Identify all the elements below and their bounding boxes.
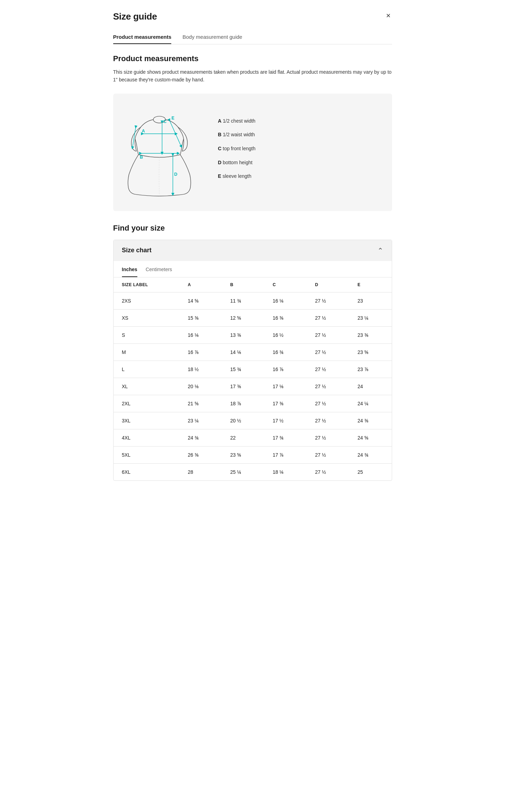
dress-illustration: A B C D E bbox=[124, 103, 201, 201]
table-cell-e: 24 bbox=[349, 378, 391, 395]
modal-header: Size guide × bbox=[113, 11, 392, 22]
table-cell-d: 27 ½ bbox=[307, 446, 349, 463]
table-cell-d: 27 ½ bbox=[307, 309, 349, 326]
table-row: 4XL24 ¾2217 ¾27 ½24 ⅝ bbox=[114, 429, 392, 446]
size-guide-modal: Size guide × Product measurements Body m… bbox=[101, 0, 405, 495]
table-row: L18 ½15 ¾16 ⅞27 ½23 ⅞ bbox=[114, 361, 392, 378]
table-row: 2XL21 ⅝18 ⅞17 ⅜27 ½24 ¼ bbox=[114, 395, 392, 412]
table-cell-d: 27 ½ bbox=[307, 429, 349, 446]
table-cell-e: 23 ⅝ bbox=[349, 343, 391, 361]
table-cell-e: 24 ¾ bbox=[349, 446, 391, 463]
letter-b: B bbox=[218, 132, 222, 137]
table-row: 5XL26 ⅜23 ⅝17 ⅞27 ½24 ¾ bbox=[114, 446, 392, 463]
table-cell-size: M bbox=[114, 343, 180, 361]
table-cell-b: 22 bbox=[222, 429, 264, 446]
table-cell-d: 27 ½ bbox=[307, 343, 349, 361]
table-cell-a: 18 ½ bbox=[179, 361, 222, 378]
table-cell-c: 16 ⅜ bbox=[264, 309, 306, 326]
table-cell-b: 11 ¾ bbox=[222, 292, 264, 309]
table-cell-size: 2XL bbox=[114, 395, 180, 412]
find-size-title: Find your size bbox=[113, 224, 392, 233]
col-header-c: C bbox=[264, 277, 306, 292]
table-cell-c: 16 ¾ bbox=[264, 343, 306, 361]
measurement-diagram: A B C D E bbox=[113, 94, 392, 211]
close-button[interactable]: × bbox=[385, 11, 392, 20]
table-cell-a: 21 ⅝ bbox=[179, 395, 222, 412]
table-cell-a: 16 ⅞ bbox=[179, 343, 222, 361]
table-row: 2XS14 ⅝11 ¾16 ⅛27 ½23 bbox=[114, 292, 392, 309]
svg-text:B: B bbox=[140, 155, 143, 160]
product-measurements-section: Product measurements This size guide sho… bbox=[113, 54, 392, 481]
unit-tab-inches[interactable]: Inches bbox=[122, 262, 137, 277]
table-row: 6XL2825 ¼18 ⅛27 ½25 bbox=[114, 463, 392, 480]
letter-e: E bbox=[218, 173, 221, 179]
table-header-row: SIZE LABEL A B C D E bbox=[114, 277, 392, 292]
svg-text:C: C bbox=[163, 119, 166, 124]
chevron-up-icon: ⌃ bbox=[377, 246, 383, 255]
table-cell-e: 24 ⅜ bbox=[349, 412, 391, 429]
table-cell-a: 15 ⅜ bbox=[179, 309, 222, 326]
table-cell-size: 5XL bbox=[114, 446, 180, 463]
table-cell-c: 16 ½ bbox=[264, 326, 306, 343]
table-cell-a: 16 ⅛ bbox=[179, 326, 222, 343]
table-cell-a: 26 ⅜ bbox=[179, 446, 222, 463]
table-cell-size: XS bbox=[114, 309, 180, 326]
table-row: 3XL23 ¼20 ½17 ½27 ½24 ⅜ bbox=[114, 412, 392, 429]
letter-c: C bbox=[218, 146, 222, 151]
table-cell-d: 27 ½ bbox=[307, 378, 349, 395]
svg-text:E: E bbox=[171, 116, 174, 121]
table-cell-c: 17 ⅜ bbox=[264, 395, 306, 412]
table-cell-b: 20 ½ bbox=[222, 412, 264, 429]
tab-product-measurements[interactable]: Product measurements bbox=[113, 30, 172, 44]
size-chart-header-title: Size chart bbox=[122, 247, 152, 254]
tab-body-measurement-guide[interactable]: Body measurement guide bbox=[182, 30, 242, 44]
table-cell-d: 27 ½ bbox=[307, 463, 349, 480]
table-cell-c: 17 ½ bbox=[264, 412, 306, 429]
table-cell-d: 27 ½ bbox=[307, 292, 349, 309]
dress-svg: A B C D E bbox=[124, 103, 194, 198]
table-cell-a: 24 ¾ bbox=[179, 429, 222, 446]
size-table-body: 2XS14 ⅝11 ¾16 ⅛27 ½23XS15 ⅜12 ⅝16 ⅜27 ½2… bbox=[114, 292, 392, 480]
table-row: XL20 ⅛17 ⅜17 ⅛27 ½24 bbox=[114, 378, 392, 395]
table-row: S16 ⅛13 ⅜16 ½27 ½23 ⅜ bbox=[114, 326, 392, 343]
modal-title: Size guide bbox=[113, 11, 157, 22]
tab-bar: Product measurements Body measurement gu… bbox=[113, 30, 392, 44]
table-cell-size: S bbox=[114, 326, 180, 343]
table-cell-size: 2XS bbox=[114, 292, 180, 309]
table-cell-d: 27 ½ bbox=[307, 412, 349, 429]
col-header-e: E bbox=[349, 277, 391, 292]
table-cell-b: 14 ⅛ bbox=[222, 343, 264, 361]
letter-a: A bbox=[218, 118, 222, 124]
table-cell-d: 27 ½ bbox=[307, 326, 349, 343]
table-cell-e: 23 ¼ bbox=[349, 309, 391, 326]
table-cell-e: 23 bbox=[349, 292, 391, 309]
table-cell-e: 24 ¼ bbox=[349, 395, 391, 412]
table-cell-a: 20 ⅛ bbox=[179, 378, 222, 395]
unit-tab-bar: Inches Centimeters bbox=[114, 262, 392, 277]
svg-text:A: A bbox=[142, 129, 145, 133]
table-cell-d: 27 ½ bbox=[307, 361, 349, 378]
table-cell-c: 17 ⅛ bbox=[264, 378, 306, 395]
svg-text:D: D bbox=[174, 172, 177, 177]
product-measurements-description: This size guide shows product measuremen… bbox=[113, 68, 392, 84]
table-cell-c: 16 ⅞ bbox=[264, 361, 306, 378]
col-header-size: SIZE LABEL bbox=[114, 277, 180, 292]
table-cell-b: 17 ⅜ bbox=[222, 378, 264, 395]
table-cell-size: L bbox=[114, 361, 180, 378]
table-row: M16 ⅞14 ⅛16 ¾27 ½23 ⅝ bbox=[114, 343, 392, 361]
table-cell-b: 15 ¾ bbox=[222, 361, 264, 378]
table-cell-a: 23 ¼ bbox=[179, 412, 222, 429]
table-cell-e: 25 bbox=[349, 463, 391, 480]
measurement-item-c: C top front length bbox=[218, 145, 381, 152]
measurement-item-a: A 1/2 chest width bbox=[218, 118, 381, 125]
table-row: XS15 ⅜12 ⅝16 ⅜27 ½23 ¼ bbox=[114, 309, 392, 326]
table-cell-c: 17 ¾ bbox=[264, 429, 306, 446]
letter-d: D bbox=[218, 160, 222, 165]
measurement-labels: A 1/2 chest width B 1/2 waist width C to… bbox=[218, 118, 381, 187]
size-chart-header[interactable]: Size chart ⌃ bbox=[114, 240, 392, 261]
table-cell-c: 17 ⅞ bbox=[264, 446, 306, 463]
col-header-b: B bbox=[222, 277, 264, 292]
measurement-item-b: B 1/2 waist width bbox=[218, 131, 381, 138]
unit-tab-centimeters[interactable]: Centimeters bbox=[146, 262, 172, 277]
table-cell-e: 23 ⅜ bbox=[349, 326, 391, 343]
